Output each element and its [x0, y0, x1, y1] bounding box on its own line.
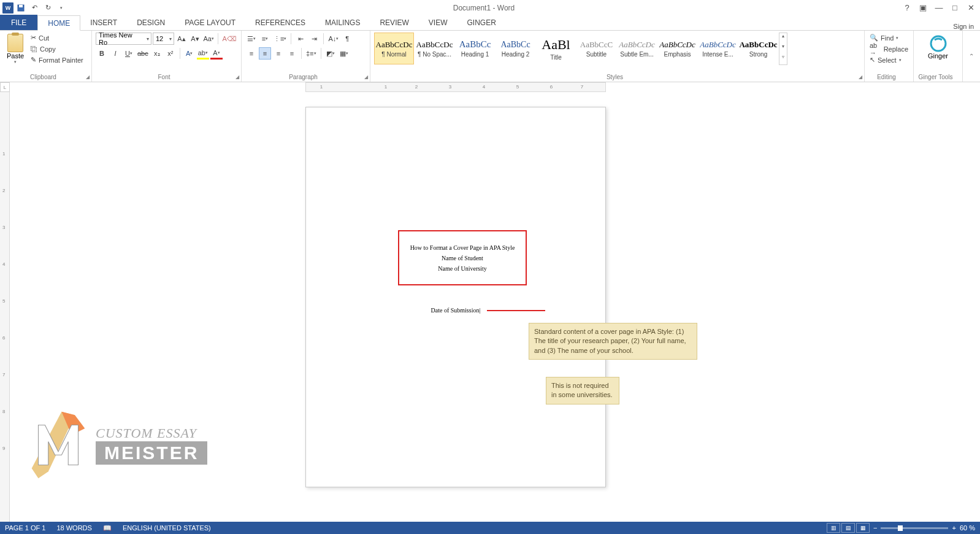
redo-icon[interactable]: ↻: [42, 2, 54, 14]
borders-icon[interactable]: ▦: [338, 47, 350, 60]
font-launcher-icon[interactable]: ◢: [235, 74, 239, 80]
align-right-icon[interactable]: ≡: [272, 47, 285, 60]
underline-icon[interactable]: U: [123, 47, 135, 60]
style-no-spacing[interactable]: AaBbCcDc¶ No Spac...: [415, 33, 454, 64]
style-intense-emphasis[interactable]: AaBbCcDcIntense E...: [698, 33, 738, 64]
insert-tab[interactable]: INSERT: [80, 15, 127, 30]
align-left-icon[interactable]: ≡: [245, 47, 258, 60]
clipboard-label: Clipboard: [0, 74, 86, 80]
read-mode-icon[interactable]: ▥: [827, 523, 840, 533]
decrease-indent-icon[interactable]: ⇤: [294, 33, 307, 45]
bold-icon[interactable]: B: [96, 47, 108, 60]
sort-icon[interactable]: A↓: [327, 33, 340, 45]
style-heading2[interactable]: AaBbCcHeading 2: [496, 33, 535, 64]
justify-icon[interactable]: ≡: [286, 47, 298, 60]
line-spacing-icon[interactable]: ‡≡: [305, 47, 318, 60]
paragraph-label: Paragraph: [242, 74, 365, 80]
style-title[interactable]: AaBlTitle: [536, 33, 576, 64]
style-normal[interactable]: AaBbCcDc¶ Normal: [374, 33, 414, 64]
subscript-icon[interactable]: x₂: [151, 47, 163, 60]
svg-rect-1: [19, 5, 23, 7]
vertical-ruler[interactable]: 123 456 789: [0, 92, 10, 522]
bullets-icon[interactable]: ☰: [245, 33, 258, 45]
home-tab[interactable]: HOME: [37, 15, 80, 31]
ribbon-display-icon[interactable]: ▣: [916, 3, 930, 12]
ribbon-tabs: FILE HOME INSERT DESIGN PAGE LAYOUT REFE…: [0, 15, 980, 31]
strike-icon[interactable]: abc: [136, 47, 150, 60]
font-family-combo[interactable]: Times New Ro: [96, 33, 151, 45]
numbering-icon[interactable]: ≡: [259, 33, 271, 45]
quick-access-toolbar: W ↶ ↻: [0, 2, 67, 14]
language-indicator[interactable]: ENGLISH (UNITED STATES): [123, 524, 211, 532]
style-strong[interactable]: AaBbCcDcStrong: [738, 33, 778, 64]
select-button[interactable]: ↖ Select: [868, 55, 909, 65]
copy-button[interactable]: ⿻ Copy: [29, 44, 85, 54]
change-case-icon[interactable]: Aa: [202, 33, 215, 45]
maximize-icon[interactable]: □: [948, 3, 962, 12]
word-count[interactable]: 18 WORDS: [56, 524, 91, 532]
zoom-slider[interactable]: [881, 527, 948, 529]
sign-in-link[interactable]: Sign in: [947, 23, 980, 30]
review-tab[interactable]: REVIEW: [370, 15, 418, 30]
document-page[interactable]: How to Format a Cover Page in APA Style …: [305, 107, 606, 487]
doc-name-line: Name of Student: [442, 255, 483, 261]
style-heading1[interactable]: AaBbCcHeading 1: [455, 33, 495, 64]
style-emphasis[interactable]: AaBbCcDcEmphasis: [657, 33, 697, 64]
qat-customize-icon[interactable]: [55, 2, 67, 14]
zoom-level[interactable]: 60 %: [960, 524, 975, 532]
comment-date-optional: This is not required in some universitie…: [546, 377, 619, 404]
italic-icon[interactable]: I: [109, 47, 121, 60]
save-icon[interactable]: [15, 2, 27, 14]
print-layout-icon[interactable]: ▤: [841, 523, 855, 533]
shrink-font-icon[interactable]: A▾: [189, 33, 201, 45]
font-color-icon[interactable]: A: [210, 47, 223, 60]
show-hide-icon[interactable]: ¶: [341, 33, 353, 45]
format-painter-button[interactable]: ✎ Format Painter: [29, 55, 85, 65]
style-subtle-emphasis[interactable]: AaBbCcDcSubtle Em...: [617, 33, 657, 64]
references-tab[interactable]: REFERENCES: [245, 15, 315, 30]
comment-cover-content: Standard content of a cover page in APA …: [529, 323, 697, 360]
help-icon[interactable]: ?: [900, 3, 914, 12]
cut-button[interactable]: ✂ Cut: [29, 33, 85, 43]
styles-launcher-icon[interactable]: ◢: [859, 74, 862, 80]
ginger-button[interactable]: Ginger: [917, 33, 959, 60]
superscript-icon[interactable]: x²: [164, 47, 177, 60]
close-icon[interactable]: ✕: [964, 3, 978, 12]
collapse-ribbon-icon[interactable]: ⌃: [963, 31, 980, 82]
minimize-icon[interactable]: —: [932, 3, 946, 12]
page-layout-tab[interactable]: PAGE LAYOUT: [175, 15, 245, 30]
grow-font-icon[interactable]: A▴: [175, 33, 188, 45]
web-layout-icon[interactable]: ▦: [856, 523, 870, 533]
paragraph-launcher-icon[interactable]: ◢: [364, 74, 368, 80]
multilevel-icon[interactable]: ⋮≡: [272, 33, 288, 45]
tab-stop-selector[interactable]: L: [0, 82, 10, 92]
window-title: Document1 - Word: [67, 4, 900, 12]
mailings-tab[interactable]: MAILINGS: [315, 15, 370, 30]
file-tab[interactable]: FILE: [0, 15, 37, 30]
horizontal-ruler[interactable]: 1 1 2 3 4 5 6 7: [305, 82, 606, 92]
page-indicator[interactable]: PAGE 1 OF 1: [5, 524, 45, 532]
paste-label: Paste: [7, 52, 24, 60]
style-scroll[interactable]: ▴▾▿: [779, 33, 787, 65]
zoom-in-icon[interactable]: +: [952, 524, 955, 532]
clipboard-launcher-icon[interactable]: ◢: [86, 74, 90, 80]
font-size-combo[interactable]: 12: [153, 33, 174, 45]
replace-button[interactable]: ab → Replace: [868, 44, 909, 54]
clear-format-icon[interactable]: A⌫: [221, 33, 237, 45]
ginger-tab[interactable]: GINGER: [457, 15, 505, 30]
paste-icon: [7, 34, 23, 52]
increase-indent-icon[interactable]: ⇥: [308, 33, 320, 45]
text-effects-icon[interactable]: A: [183, 47, 196, 60]
paste-button[interactable]: Paste ▾: [4, 33, 27, 65]
style-subtitle[interactable]: AaBbCcCSubtitle: [576, 33, 616, 64]
view-tab[interactable]: VIEW: [419, 15, 457, 30]
design-tab[interactable]: DESIGN: [127, 15, 175, 30]
highlight-icon[interactable]: ab: [197, 47, 209, 60]
zoom-out-icon[interactable]: −: [873, 524, 877, 532]
window-controls: ? ▣ — □ ✕: [900, 3, 980, 12]
undo-icon[interactable]: ↶: [28, 2, 40, 14]
shading-icon[interactable]: ◩: [324, 47, 337, 60]
watermark-bottom-text: MEISTER: [96, 441, 207, 465]
align-center-icon[interactable]: ≡: [259, 47, 271, 60]
spellcheck-icon[interactable]: 📖: [103, 524, 112, 532]
